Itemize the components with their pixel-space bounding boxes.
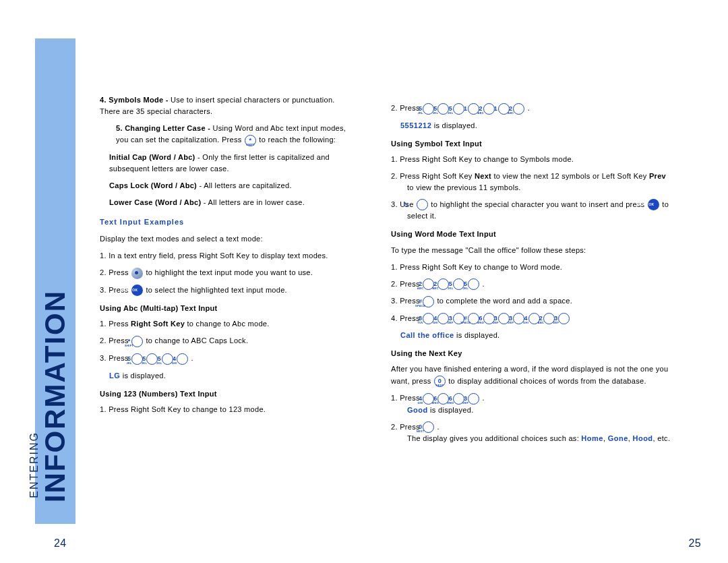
nav-ring-icon bbox=[131, 268, 143, 279]
sidebar-section-big: INFORMATION bbox=[39, 290, 71, 502]
key-5-icon: 5JKL bbox=[468, 278, 479, 290]
p-display-modes: Display the text modes and select a text… bbox=[100, 233, 348, 245]
step-3-select: 3. Press MENU OK to select the highlight… bbox=[100, 285, 348, 297]
nav-arrow-icon bbox=[417, 199, 428, 210]
heading-abc-multitap: Using Abc (Multi-tap) Text Input bbox=[100, 303, 348, 314]
key-3-icon: 3DEF bbox=[468, 393, 479, 405]
next-key-intro: After you have finished entering a word,… bbox=[391, 363, 674, 387]
heading-symbol-input: Using Symbol Text Input bbox=[391, 138, 674, 150]
heading-text-input-examples: Text Input Examples bbox=[100, 216, 348, 228]
word-step-3: 3. Press #SPACE to complete the word and… bbox=[391, 295, 674, 307]
key-2-icon: 2ABC bbox=[513, 103, 524, 115]
word-step-2: 2. Press 2ABC 2ABC 5JKL 5JKL . bbox=[391, 278, 674, 291]
initial-cap-desc: Initial Cap (Word / Abc) - Only the firs… bbox=[100, 152, 348, 175]
key-hash-space-icon: #SPACE bbox=[423, 296, 434, 307]
abc-result: LG is displayed. bbox=[100, 370, 348, 382]
word-intro: To type the message "Call the office" fo… bbox=[391, 245, 674, 256]
page-number-left: 24 bbox=[54, 537, 66, 550]
changing-letter-case: 5. Changing Letter Case - Using Word and… bbox=[100, 123, 348, 146]
step-1-text-entry: 1. In a text entry field, press Right So… bbox=[100, 250, 348, 262]
next-step-1: 1. Press 4GHI 6MNO 6MNO 3DEF . Good is d… bbox=[391, 392, 674, 416]
abc-step-2: 2. Press *SHIFT to change to ABC Caps Lo… bbox=[100, 335, 348, 347]
sidebar: ENTERING INFORMATION bbox=[35, 38, 75, 524]
page-number-right: 25 bbox=[689, 537, 701, 550]
key-0-next-icon: 0NEXT bbox=[423, 421, 434, 433]
key-star-shift-icon: *SHIFT bbox=[131, 336, 143, 347]
next-step-2: 2. Press 0NEXT . The display gives you a… bbox=[391, 421, 674, 445]
caps-lock-desc: Caps Lock (Word / Abc) - All letters are… bbox=[100, 180, 348, 191]
word-step-1: 1. Press Right Soft Key to change to Wor… bbox=[391, 262, 674, 273]
key-star-shift-icon: *SHIFT bbox=[245, 135, 256, 146]
symbol-step-2: 2. Press Right Soft Key Next to view the… bbox=[391, 171, 674, 194]
word-step-4: 4. Press 8TUV 4GHI 3DEF #SPACE 6MNO 3DEF… bbox=[391, 313, 674, 325]
key-0-next-icon: 0NEXT bbox=[434, 376, 446, 387]
right-column: 2. Press 5JKL 5JKL 5JKL 1 2ABC 1 2ABC . … bbox=[391, 102, 674, 450]
symbols-mode-desc: 4. Symbols Mode - Use to insert special … bbox=[100, 94, 348, 117]
symbol-step-3: 3. Use to highlight the special characte… bbox=[391, 199, 674, 223]
heading-word-mode: Using Word Mode Text Input bbox=[391, 229, 674, 240]
symbol-step-1: 1. Press Right Soft Key to change to Sym… bbox=[391, 154, 674, 165]
abc-step-3: 3. Press 5JKL 5JKL 5JKL 4GHI . bbox=[100, 353, 348, 365]
numbers-step-2: 2. Press 5JKL 5JKL 5JKL 1 2ABC 1 2ABC . bbox=[391, 102, 674, 115]
key-5-icon: 5JKL bbox=[453, 103, 464, 115]
key-3-icon: 3DEF bbox=[558, 313, 570, 324]
menu-ok-icon: MENU OK bbox=[648, 199, 659, 210]
numbers-result: 5551212 is displayed. bbox=[391, 120, 674, 131]
lower-case-desc: Lower Case (Word / Abc) - All letters ar… bbox=[100, 197, 348, 208]
word-result: Call the office is displayed. bbox=[391, 330, 674, 341]
left-column: 4. Symbols Mode - Use to insert special … bbox=[100, 94, 348, 421]
step-2-highlight: 2. Press to highlight the text input mod… bbox=[100, 267, 348, 279]
abc-step-1: 1. Press Right Soft Key to change to Abc… bbox=[100, 318, 348, 330]
numbers-step-1: 1. Press Right Soft Key to change to 123… bbox=[100, 404, 348, 415]
heading-123-input: Using 123 (Numbers) Text Input bbox=[100, 388, 348, 400]
key-4-icon: 4GHI bbox=[177, 353, 188, 365]
heading-next-key: Using the Next Key bbox=[391, 348, 674, 359]
key-2-icon: 2ABC bbox=[483, 103, 495, 115]
menu-ok-icon: MENU OK bbox=[131, 285, 143, 296]
